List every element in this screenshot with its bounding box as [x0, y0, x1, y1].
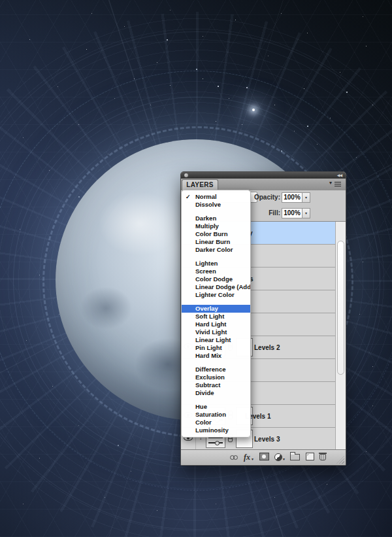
menu-item-lighter-color[interactable]: Lighter Color — [182, 291, 250, 299]
menu-item-label: Lighter Color — [195, 291, 235, 298]
menu-item-label: Multiply — [195, 222, 219, 230]
layer-style-fx-icon[interactable] — [243, 453, 255, 462]
menu-item-label: Darken — [195, 215, 216, 222]
menu-item-overlay[interactable]: Overlay — [182, 305, 250, 313]
menu-item-label: Soft Light — [195, 313, 224, 320]
menu-item-label: Darker Color — [195, 246, 233, 253]
menu-group: OverlaySoft LightHard LightVivid LightLi… — [182, 305, 250, 360]
menu-item-luminosity[interactable]: Luminosity — [182, 426, 250, 434]
layer-name[interactable]: Levels 2 — [254, 344, 280, 351]
menu-item-pin-light[interactable]: Pin Light — [182, 344, 250, 352]
panel-close-button[interactable] — [184, 173, 188, 177]
menu-item-linear-burn[interactable]: Linear Burn — [182, 238, 250, 246]
menu-item-color-dodge[interactable]: Color Dodge — [182, 275, 250, 283]
menu-item-linear-light[interactable]: Linear Light — [182, 336, 250, 344]
menu-group: ✓NormalDissolve — [182, 193, 250, 209]
menu-item-label: Linear Burn — [195, 238, 230, 245]
menu-item-label: Dissolve — [195, 201, 221, 208]
menu-item-hard-mix[interactable]: Hard Mix — [182, 352, 250, 360]
fill-dropdown-arrow-icon[interactable]: ▾ — [302, 208, 310, 218]
menu-item-label: Lighten — [195, 260, 218, 267]
panel-toolbar — [181, 449, 346, 465]
menu-item-label: Hard Light — [195, 320, 227, 328]
fill-label: Fill: — [269, 209, 280, 217]
menu-item-label: Divide — [195, 389, 214, 396]
resize-grip[interactable] — [336, 456, 344, 464]
menu-item-label: Pin Light — [195, 344, 222, 351]
menu-item-color[interactable]: Color — [182, 419, 250, 426]
menu-item-label: Normal — [195, 193, 217, 200]
new-layer-icon[interactable] — [306, 453, 314, 460]
menu-item-dissolve[interactable]: Dissolve — [182, 201, 250, 209]
menu-item-darken[interactable]: Darken — [182, 215, 250, 222]
photoshop-document-canvas: ◀◀ LAYERS Opacity: 100% ▾ Fill: 100% ▾ ↓… — [0, 0, 392, 537]
menu-item-soft-light[interactable]: Soft Light — [182, 313, 250, 320]
bright-stars — [0, 0, 1, 1]
adjustment-layer-icon[interactable] — [274, 453, 286, 462]
menu-item-linear-dodge-add[interactable]: Linear Dodge (Add) — [182, 283, 250, 291]
opacity-label: Opacity: — [254, 194, 280, 201]
menu-group: HueSaturationColorLuminosity — [182, 403, 250, 434]
levels-slider — [208, 442, 223, 443]
menu-item-label: Hard Mix — [195, 352, 221, 359]
menu-item-subtract[interactable]: Subtract — [182, 381, 250, 389]
menu-item-exclusion[interactable]: Exclusion — [182, 373, 250, 381]
menu-item-saturation[interactable]: Saturation — [182, 411, 250, 419]
delete-layer-icon[interactable] — [319, 454, 326, 460]
menu-item-hard-light[interactable]: Hard Light — [182, 320, 250, 328]
menu-item-normal[interactable]: ✓Normal — [182, 193, 250, 201]
fill-field[interactable]: 100% — [282, 208, 302, 218]
menu-item-label: Color Burn — [195, 230, 228, 237]
menu-item-label: Subtract — [195, 381, 221, 389]
menu-item-color-burn[interactable]: Color Burn — [182, 230, 250, 238]
menu-item-label: Linear Dodge (Add) — [195, 283, 250, 290]
tab-layers[interactable]: LAYERS — [182, 179, 218, 190]
menu-item-screen[interactable]: Screen — [182, 268, 250, 275]
layer-name[interactable]: Levels 3 — [254, 436, 280, 443]
menu-item-label: Color — [195, 419, 212, 426]
menu-item-difference[interactable]: Difference — [182, 366, 250, 373]
star-flare — [252, 109, 255, 111]
menu-item-darker-color[interactable]: Darker Color — [182, 246, 250, 254]
menu-item-lighten[interactable]: Lighten — [182, 260, 250, 268]
menu-item-label: Luminosity — [195, 426, 229, 434]
menu-item-label: Hue — [195, 403, 207, 410]
menu-item-label: Screen — [195, 268, 216, 275]
menu-item-label: Exclusion — [195, 373, 225, 381]
checkmark-icon: ✓ — [186, 193, 191, 201]
scrollbar-track[interactable] — [335, 222, 346, 451]
menu-item-label: Overlay — [195, 305, 218, 312]
layer-mask-icon[interactable] — [259, 453, 269, 460]
menu-group: DifferenceExclusionSubtractDivide — [182, 366, 250, 397]
menu-item-label: Saturation — [195, 411, 226, 418]
menu-item-label: Difference — [195, 366, 225, 373]
menu-item-label: Linear Light — [195, 336, 231, 343]
opacity-field[interactable]: 100% — [282, 192, 302, 203]
scrollbar-thumb[interactable] — [337, 241, 344, 375]
blend-mode-menu: ✓NormalDissolveDarkenMultiplyColor BurnL… — [181, 190, 251, 438]
panel-menu-icon[interactable] — [329, 181, 341, 188]
menu-item-multiply[interactable]: Multiply — [182, 222, 250, 230]
menu-item-label: Vivid Light — [195, 328, 227, 336]
menu-group: LightenScreenColor DodgeLinear Dodge (Ad… — [182, 260, 250, 299]
menu-item-hue[interactable]: Hue — [182, 403, 250, 411]
menu-item-divide[interactable]: Divide — [182, 389, 250, 397]
collapse-to-icons-icon[interactable]: ◀◀ — [337, 172, 342, 179]
menu-item-label: Color Dodge — [195, 275, 233, 283]
menu-item-vivid-light[interactable]: Vivid Light — [182, 328, 250, 336]
link-icon[interactable] — [229, 453, 241, 462]
opacity-dropdown-arrow-icon[interactable]: ▾ — [302, 192, 310, 203]
group-icon[interactable] — [290, 454, 300, 460]
menu-group: DarkenMultiplyColor BurnLinear BurnDarke… — [182, 215, 250, 254]
